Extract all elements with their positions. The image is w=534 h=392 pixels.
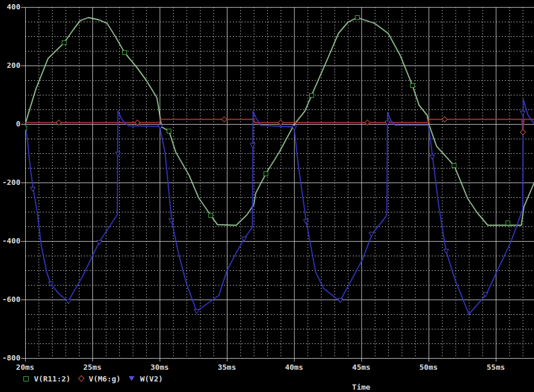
triangle-down-marker-icon [66,300,71,304]
square-marker-icon [23,376,29,381]
square-marker-icon [506,221,510,225]
triangle-down-marker-icon [129,376,135,381]
x-axis-tick-label: 20ms [12,363,38,372]
diamond-marker-icon [222,116,227,122]
trace-w-v2- [25,99,534,314]
y-axis-tick-label: 0 [1,120,20,128]
triangle-down-marker-icon [430,155,435,159]
square-marker-icon [452,164,456,168]
legend-item-v-r11-2: V(R11:2) [23,374,71,383]
square-marker-icon [309,94,313,98]
y-axis-tick-label: 400 [1,3,20,11]
triangle-down-marker-icon [444,249,449,253]
x-axis-tick-label: 35ms [214,363,240,372]
square-marker-icon [167,129,171,133]
square-marker-icon [411,84,415,88]
triangle-down-marker-icon [520,111,525,115]
square-marker-icon [209,214,213,218]
x-axis-tick-label: 45ms [349,363,374,372]
trace-markers [23,16,526,314]
triangle-down-marker-icon [30,187,35,191]
legend-label: V(R11:2) [34,374,71,383]
square-marker-icon [355,16,359,20]
x-axis-tick-label: 50ms [416,363,442,372]
y-axis-tick-label: -200 [1,178,20,187]
square-marker-icon [264,172,268,176]
probe-plot-window: 4002000-200-400-600-800 20ms25ms30ms35ms… [0,0,534,392]
y-axis-tick-label: 200 [1,61,20,70]
trace-glow [25,99,534,314]
plot-canvas [0,0,534,392]
axis-ticks [21,8,496,362]
legend: V(R11:2) V(M6:g) W(V2) [23,374,171,383]
x-axis-tick-label: 40ms [281,363,307,372]
x-axis-tick-label: 25ms [80,363,105,372]
legend-label: V(M6:g) [89,374,121,383]
legend-label: W(V2) [140,374,163,383]
y-axis-tick-label: -600 [1,295,20,304]
triangle-down-marker-icon [194,310,199,314]
square-marker-icon [123,51,127,55]
major-gridlines [25,7,534,359]
triangle-down-marker-icon [169,219,174,223]
square-marker-icon [62,41,66,45]
y-axis-tick-label: -800 [1,354,20,362]
square-marker-icon [23,126,27,130]
diamond-marker-icon [442,116,447,122]
y-axis-tick-label: -400 [1,237,20,245]
triangle-down-marker-icon [242,237,246,241]
x-axis-title: Time [328,383,395,391]
legend-item-v-m6-g: V(M6:g) [79,374,121,383]
x-axis-tick-label: 30ms [147,363,173,372]
triangle-down-marker-icon [250,143,255,147]
triangle-down-marker-icon [369,232,374,236]
legend-item-w-v2: W(V2) [129,374,163,383]
traces [25,18,534,314]
diamond-marker-icon [78,375,84,381]
x-axis-tick-label: 55ms [483,363,509,372]
diamond-marker-icon [521,129,526,135]
